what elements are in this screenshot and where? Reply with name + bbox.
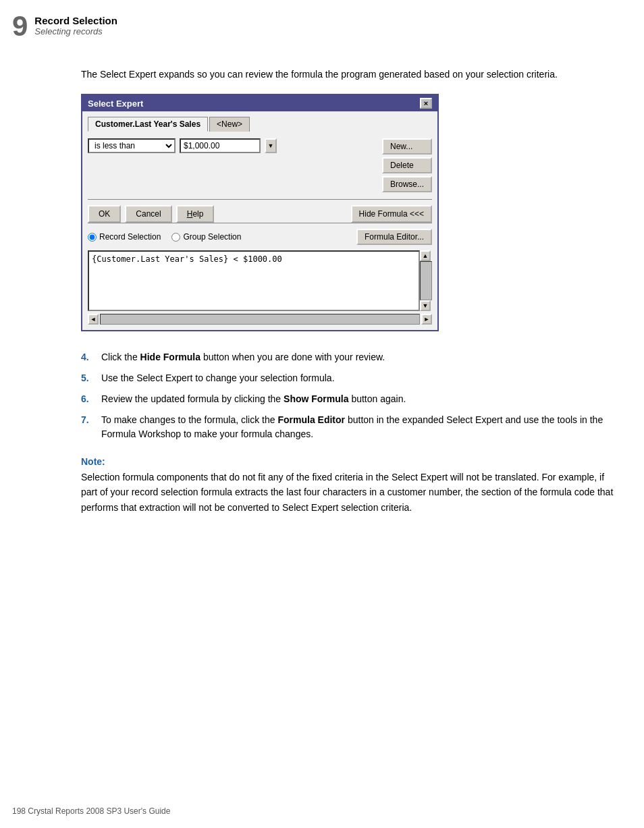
step-4-bold: Hide Formula [140, 352, 200, 362]
scroll-up-button[interactable]: ▲ [420, 250, 431, 261]
scroll-left-button[interactable]: ◄ [88, 314, 99, 325]
step-5: 5. Use the Select Expert to change your … [81, 371, 617, 385]
group-selection-radio-label: Group Selection [171, 232, 241, 242]
horizontal-scrollbar-row: ◄ ► [88, 314, 432, 325]
formula-textarea[interactable]: {Customer.Last Year's Sales} < $1000.00 [88, 250, 420, 311]
radio-row: Record Selection Group Selection Formula… [88, 229, 432, 245]
step-5-number: 5. [81, 371, 95, 385]
vertical-scrollbar: ▲ ▼ [420, 250, 432, 311]
note-label: Note: [81, 456, 617, 467]
formula-textarea-row: {Customer.Last Year's Sales} < $1000.00 … [88, 250, 432, 311]
dialog-bottom-right: Hide Formula <<< [351, 205, 432, 223]
help-button[interactable]: Help [176, 205, 215, 223]
dialog-title: Select Expert [88, 99, 143, 109]
dialog-bottom: OK Cancel Help Hide Formula <<< [88, 199, 432, 223]
step-7-text: To make changes to the formula, click th… [101, 413, 617, 441]
delete-button[interactable]: Delete [382, 157, 432, 173]
tab-last-years-sales[interactable]: Customer.Last Year's Sales [88, 117, 208, 132]
record-selection-radio[interactable] [88, 233, 97, 242]
header-text: Record Selection Selecting records [34, 12, 117, 36]
dialog-content-area: is less than ▼ New... Delete Browse... [88, 138, 432, 192]
scroll-right-button[interactable]: ► [421, 314, 432, 325]
page-footer: 198 Crystal Reports 2008 SP3 User's Guid… [12, 806, 170, 816]
group-selection-radio[interactable] [171, 233, 180, 242]
dialog-bottom-left: OK Cancel Help [88, 205, 214, 223]
formula-section: Record Selection Group Selection Formula… [88, 223, 432, 325]
step-7: 7. To make changes to the formula, click… [81, 413, 617, 441]
browse-button[interactable]: Browse... [382, 176, 432, 192]
step-6: 6. Review the updated formula by clickin… [81, 392, 617, 406]
value-input[interactable] [180, 138, 261, 153]
chapter-number: 9 [12, 12, 28, 40]
step-4-text: Click the Hide Formula button when you a… [101, 350, 617, 364]
dialog-body: Customer.Last Year's Sales <New> is less… [82, 111, 437, 330]
select-expert-dialog: Select Expert × Customer.Last Year's Sal… [81, 94, 439, 331]
new-button[interactable]: New... [382, 138, 432, 155]
page-header: 9 Record Selection Selecting records [12, 12, 117, 40]
dialog-right-buttons: New... Delete Browse... [382, 138, 432, 192]
group-selection-label: Group Selection [183, 232, 241, 242]
hide-formula-button[interactable]: Hide Formula <<< [351, 205, 432, 223]
scroll-down-button[interactable]: ▼ [420, 300, 431, 311]
header-title: Record Selection [34, 15, 117, 26]
scroll-track-horizontal [100, 314, 420, 325]
intro-text: The Select Expert expands so you can rev… [81, 67, 617, 82]
step-6-number: 6. [81, 392, 95, 406]
note-text: Selection formula components that do not… [81, 470, 617, 515]
tab-new[interactable]: <New> [209, 117, 250, 132]
formula-editor-button[interactable]: Formula Editor... [356, 229, 432, 245]
condition-select[interactable]: is less than [88, 138, 176, 153]
cancel-button[interactable]: Cancel [125, 205, 171, 223]
steps-list: 4. Click the Hide Formula button when yo… [81, 350, 617, 441]
value-dropdown-arrow[interactable]: ▼ [265, 138, 277, 153]
dialog-main-area: is less than ▼ [88, 138, 377, 192]
header-subtitle: Selecting records [34, 26, 117, 36]
record-selection-label: Record Selection [99, 232, 161, 242]
step-6-text: Review the updated formula by clicking t… [101, 392, 617, 406]
scroll-track-vertical [420, 261, 432, 300]
dialog-titlebar: Select Expert × [82, 95, 437, 111]
main-content: The Select Expert expands so you can rev… [81, 67, 617, 515]
tab-bar: Customer.Last Year's Sales <New> [88, 117, 432, 132]
note-section: Note: Selection formula components that … [81, 456, 617, 515]
dialog-close-button[interactable]: × [420, 98, 432, 109]
step-4: 4. Click the Hide Formula button when yo… [81, 350, 617, 364]
step-7-bold: Formula Editor [277, 414, 345, 425]
ok-button[interactable]: OK [88, 205, 121, 223]
record-selection-radio-label: Record Selection [88, 232, 161, 242]
step-6-bold: Show Formula [284, 393, 348, 404]
step-7-number: 7. [81, 413, 95, 441]
step-5-text: Use the Select Expert to change your sel… [101, 371, 617, 385]
step-4-number: 4. [81, 350, 95, 364]
formula-area-wrap: {Customer.Last Year's Sales} < $1000.00 … [88, 250, 432, 325]
selection-row: is less than ▼ [88, 138, 377, 153]
